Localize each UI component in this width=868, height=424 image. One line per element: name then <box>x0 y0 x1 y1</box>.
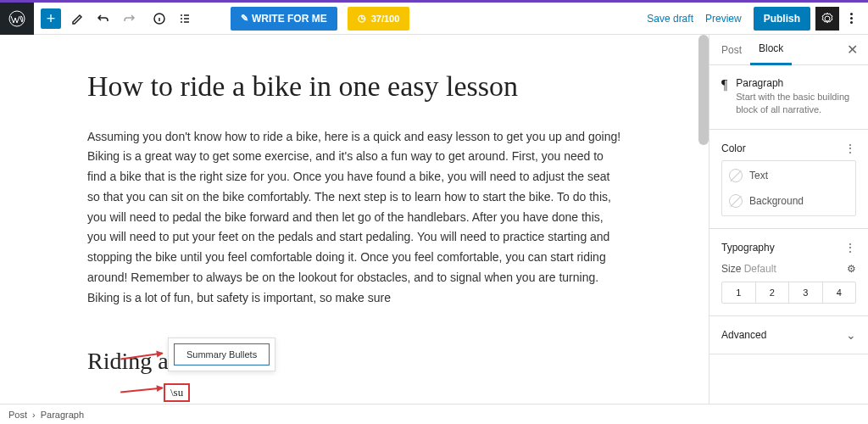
slash-command-input[interactable]: \su <box>164 383 190 402</box>
editor-canvas[interactable]: How to ride a bike in one easy lesson As… <box>0 35 709 412</box>
breadcrumb-root[interactable]: Post <box>8 410 27 420</box>
advanced-panel-header[interactable]: Advanced ⌄ <box>721 328 856 342</box>
top-toolbar: + ✎WRITE FOR ME ◷37/100 Save draft Previ… <box>0 3 868 35</box>
save-draft-link[interactable]: Save draft <box>647 13 693 25</box>
breadcrumb: Post › Paragraph <box>0 404 868 424</box>
tab-block[interactable]: Block <box>750 35 792 65</box>
typography-panel-header[interactable]: Typography ⋮ <box>721 241 856 254</box>
size-4[interactable]: 4 <box>823 282 856 303</box>
redo-button[interactable] <box>117 7 141 31</box>
edit-icon[interactable] <box>66 7 90 31</box>
autocomplete-popup: Summary Bullets <box>168 338 275 371</box>
font-size-presets: 1 2 3 4 <box>721 282 856 304</box>
info-icon[interactable] <box>147 7 171 31</box>
block-type-name: Paragraph <box>736 77 856 89</box>
more-options-button[interactable] <box>841 7 861 31</box>
more-icon: ⋮ <box>844 241 856 254</box>
tab-post[interactable]: Post <box>713 35 750 65</box>
size-3[interactable]: 3 <box>789 282 823 303</box>
credits-button[interactable]: ◷37/100 <box>348 7 410 31</box>
size-1[interactable]: 1 <box>722 282 756 303</box>
post-title[interactable]: How to ride a bike in one easy lesson <box>87 69 621 105</box>
vertical-scrollbar[interactable] <box>698 35 709 145</box>
text-color-option[interactable]: Text <box>729 163 849 188</box>
outline-icon[interactable] <box>173 7 197 31</box>
pencil-icon: ✎ <box>241 13 248 24</box>
sliders-icon[interactable]: ⚙ <box>847 263 856 275</box>
color-swatch-icon <box>729 194 743 208</box>
background-color-option[interactable]: Background <box>729 188 849 214</box>
undo-button[interactable] <box>92 7 115 31</box>
wordpress-logo[interactable] <box>0 3 34 35</box>
settings-button[interactable] <box>815 7 839 31</box>
add-block-button[interactable]: + <box>41 8 61 29</box>
paragraph-icon: ¶ <box>721 77 727 117</box>
preview-link[interactable]: Preview <box>705 13 742 25</box>
size-2[interactable]: 2 <box>756 282 790 303</box>
chevron-down-icon: ⌄ <box>846 328 856 342</box>
suggestion-summary-bullets[interactable]: Summary Bullets <box>174 343 270 365</box>
clock-icon: ◷ <box>358 13 366 24</box>
breadcrumb-separator: › <box>32 410 36 420</box>
color-swatch-icon <box>729 169 743 182</box>
write-for-me-button[interactable]: ✎WRITE FOR ME <box>231 7 337 31</box>
block-type-desc: Start with the basic building block of a… <box>736 91 856 117</box>
color-panel-header[interactable]: Color ⋮ <box>721 142 856 155</box>
publish-button[interactable]: Publish <box>754 7 810 31</box>
more-icon: ⋮ <box>844 142 856 155</box>
close-sidebar-button[interactable]: ✕ <box>840 42 865 58</box>
breadcrumb-current[interactable]: Paragraph <box>41 410 84 420</box>
paragraph-block[interactable]: Assuming you don't know how to ride a bi… <box>87 127 621 309</box>
settings-sidebar: Post Block ✕ ¶ Paragraph Start with the … <box>709 35 868 412</box>
